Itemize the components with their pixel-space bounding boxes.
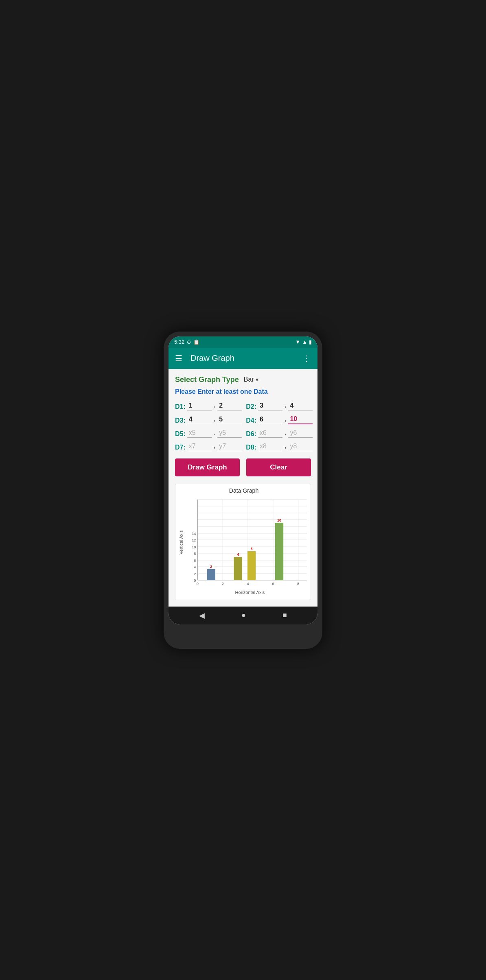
d2-y-input[interactable] xyxy=(288,401,313,410)
svg-text:4: 4 xyxy=(247,582,249,586)
x-axis-label: Horizontal Axis xyxy=(179,590,309,595)
d8-separator: , xyxy=(283,442,287,451)
validation-message: Please Enter at least one Data xyxy=(175,388,311,395)
data-inputs-grid: D1: , D2: , D3: xyxy=(175,401,311,451)
phone-screen: 5:32 ⊙ 📋 ▼ ▲ ▮ ☰ Draw Graph ⋮ Select Gra… xyxy=(169,336,317,624)
d6-x-input[interactable] xyxy=(258,428,282,438)
d6-label: D6: xyxy=(246,430,256,438)
svg-text:6: 6 xyxy=(194,559,196,563)
svg-text:8: 8 xyxy=(297,582,299,586)
y-axis-label: Vertical Axis xyxy=(179,495,184,589)
svg-text:4: 4 xyxy=(194,565,196,569)
data-pair-d6: D6: , xyxy=(246,428,313,438)
draw-graph-button[interactable]: Draw Graph xyxy=(175,458,240,476)
d8-label: D8: xyxy=(246,444,256,451)
clipboard-icon: 📋 xyxy=(193,339,199,345)
circle-icon: ⊙ xyxy=(187,339,191,345)
data-row-3: D5: , D6: , xyxy=(175,428,311,438)
svg-text:2: 2 xyxy=(210,565,212,569)
recent-button[interactable]: ■ xyxy=(282,611,287,620)
svg-rect-37 xyxy=(275,523,283,580)
data-row-4: D7: , D8: , xyxy=(175,442,311,451)
data-pair-d3: D3: , xyxy=(175,415,242,424)
chevron-down-icon: ▾ xyxy=(256,376,258,383)
more-vert-icon[interactable]: ⋮ xyxy=(302,354,311,363)
d7-label: D7: xyxy=(175,444,186,451)
data-pair-d5: D5: , xyxy=(175,428,242,438)
d4-y-input[interactable] xyxy=(288,415,313,424)
d5-separator: , xyxy=(212,429,217,438)
d1-label: D1: xyxy=(175,403,186,410)
svg-text:2: 2 xyxy=(194,572,196,576)
d7-y-input[interactable] xyxy=(217,442,242,451)
clear-button[interactable]: Clear xyxy=(246,458,311,476)
svg-text:8: 8 xyxy=(194,552,196,556)
graph-type-row: Select Graph Type Bar ▾ xyxy=(175,375,311,384)
nav-bar: ◀ ● ■ xyxy=(169,607,317,624)
data-pair-d2: D2: , xyxy=(246,401,313,410)
graph-type-value: Bar xyxy=(244,376,254,383)
data-pair-d8: D8: , xyxy=(246,442,313,451)
d3-separator: , xyxy=(212,415,217,424)
app-title: Draw Graph xyxy=(190,354,302,363)
d7-separator: , xyxy=(212,442,217,451)
status-right: ▼ ▲ ▮ xyxy=(295,339,312,345)
d3-label: D3: xyxy=(175,417,186,424)
d3-y-input[interactable] xyxy=(217,415,242,424)
svg-text:12: 12 xyxy=(192,538,196,542)
d4-separator: , xyxy=(283,415,287,424)
d5-y-input[interactable] xyxy=(217,428,242,438)
chart-inner: 0 2 4 6 8 10 12 14 0 2 4 6 xyxy=(185,495,309,589)
select-graph-type-label: Select Graph Type xyxy=(175,375,239,384)
svg-text:14: 14 xyxy=(192,532,196,536)
svg-text:0: 0 xyxy=(197,582,199,586)
d4-x-input[interactable] xyxy=(258,415,282,424)
d1-x-input[interactable] xyxy=(187,401,212,410)
chart-svg: 0 2 4 6 8 10 12 14 0 2 4 6 xyxy=(185,495,309,589)
status-left: 5:32 ⊙ 📋 xyxy=(174,339,199,345)
signal-icon: ▲ xyxy=(302,339,307,345)
wifi-icon: ▼ xyxy=(295,339,300,345)
graph-type-dropdown[interactable]: Bar ▾ xyxy=(244,376,258,383)
d8-x-input[interactable] xyxy=(258,442,282,451)
d8-y-input[interactable] xyxy=(288,442,313,451)
d5-x-input[interactable] xyxy=(187,428,212,438)
button-row: Draw Graph Clear xyxy=(175,458,311,476)
d1-separator: , xyxy=(212,402,217,410)
d2-label: D2: xyxy=(246,403,256,410)
content-area: Select Graph Type Bar ▾ Please Enter at … xyxy=(169,369,317,607)
data-pair-d1: D1: , xyxy=(175,401,242,410)
d6-separator: , xyxy=(283,429,287,438)
chart-title: Data Graph xyxy=(179,487,309,494)
data-row-1: D1: , D2: , xyxy=(175,401,311,410)
svg-text:2: 2 xyxy=(222,582,224,586)
svg-text:10: 10 xyxy=(192,545,196,549)
svg-text:0: 0 xyxy=(194,578,196,583)
svg-rect-33 xyxy=(234,557,242,580)
data-pair-d4: D4: , xyxy=(246,415,313,424)
d6-y-input[interactable] xyxy=(288,428,313,438)
time-display: 5:32 xyxy=(174,339,184,345)
d2-x-input[interactable] xyxy=(258,401,282,410)
svg-rect-31 xyxy=(207,569,215,580)
app-bar: ☰ Draw Graph ⋮ xyxy=(169,348,317,369)
d1-y-input[interactable] xyxy=(217,401,242,410)
chart-area: Data Graph Vertical Axis xyxy=(175,484,311,600)
svg-text:4: 4 xyxy=(237,552,239,557)
svg-text:6: 6 xyxy=(272,582,274,586)
d4-label: D4: xyxy=(246,417,256,424)
status-bar: 5:32 ⊙ 📋 ▼ ▲ ▮ xyxy=(169,336,317,348)
back-button[interactable]: ◀ xyxy=(199,611,205,620)
data-row-2: D3: , D4: , xyxy=(175,415,311,424)
d3-x-input[interactable] xyxy=(187,415,212,424)
svg-rect-35 xyxy=(247,551,256,580)
battery-icon: ▮ xyxy=(309,339,312,345)
home-button[interactable]: ● xyxy=(241,611,246,620)
svg-text:5: 5 xyxy=(251,547,253,551)
d5-label: D5: xyxy=(175,430,186,438)
chart-body: Vertical Axis xyxy=(179,495,309,589)
hamburger-icon[interactable]: ☰ xyxy=(175,354,182,363)
d7-x-input[interactable] xyxy=(187,442,212,451)
phone-frame: 5:32 ⊙ 📋 ▼ ▲ ▮ ☰ Draw Graph ⋮ Select Gra… xyxy=(164,332,322,649)
d2-separator: , xyxy=(283,402,287,410)
